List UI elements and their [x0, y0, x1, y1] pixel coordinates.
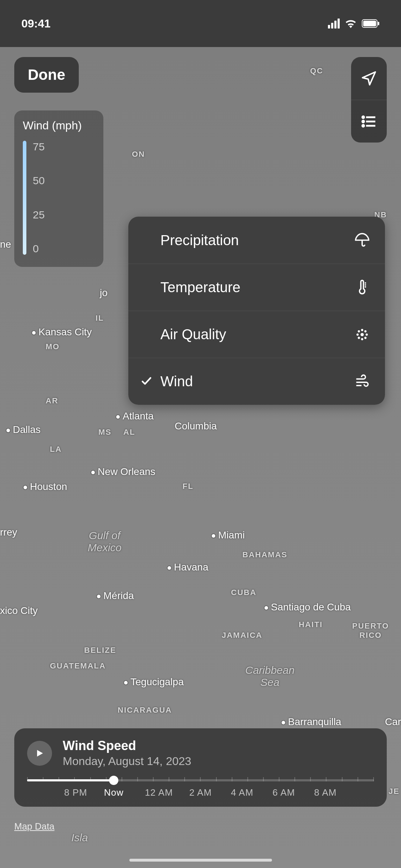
map-fragment: xico City	[0, 605, 38, 616]
svg-point-7	[363, 125, 364, 126]
timeline-tick-label: Now	[104, 787, 124, 798]
map-city-label: Dallas	[6, 424, 41, 435]
particles-icon	[354, 327, 371, 342]
home-indicator	[129, 859, 272, 862]
svg-point-17	[358, 330, 360, 332]
svg-point-14	[361, 338, 363, 340]
layer-item-wind[interactable]: Wind	[128, 358, 385, 405]
checkmark-icon	[140, 375, 153, 388]
layer-item-precipitation[interactable]: Precipitation	[128, 217, 385, 264]
map-country-label: NICARAGUA	[118, 706, 172, 715]
map-province-label: ON	[132, 150, 145, 159]
map-state-label: MS	[98, 428, 112, 437]
play-button[interactable]	[27, 741, 52, 766]
map-city-label: Santiago de Cuba	[264, 601, 351, 613]
map-fragment: JE	[389, 787, 400, 796]
timeline-slider[interactable]: 8 PMNow12 AM2 AM4 AM6 AM8 AM	[27, 774, 374, 792]
legend-tick: 0	[33, 243, 45, 255]
timeline-tick-label: 8 AM	[314, 787, 336, 798]
timeline-tick-label: 8 PM	[64, 787, 87, 798]
map-fragment: Car	[385, 716, 401, 728]
legend-ticks: 75 50 25 0	[33, 141, 45, 255]
layer-item-label: Wind	[160, 373, 354, 389]
legend-tick: 75	[33, 141, 45, 153]
map-city-label: Barranquilla	[282, 716, 341, 728]
map-state-label: AL	[123, 428, 135, 437]
locate-button[interactable]	[351, 57, 387, 100]
timeline-thumb[interactable]	[109, 776, 118, 785]
svg-marker-21	[37, 750, 43, 756]
map-country-label: PUERTO RICO	[352, 621, 389, 640]
layer-item-label: Air Quality	[160, 326, 354, 342]
map-water-label: Caribbean Sea	[245, 664, 294, 688]
map-city-label: Columbia	[175, 420, 217, 432]
map-state-label: IL	[96, 314, 104, 323]
svg-point-12	[361, 333, 363, 336]
timeline-tick-label: 4 AM	[231, 787, 253, 798]
layer-item-air-quality[interactable]: Air Quality	[128, 311, 385, 358]
layer-item-label: Temperature	[160, 279, 354, 295]
svg-point-13	[361, 329, 363, 330]
svg-point-20	[365, 337, 366, 338]
timeline-tick-label: 6 AM	[272, 787, 295, 798]
timeline-tick-label: 2 AM	[189, 787, 212, 798]
map-city-label: Mérida	[97, 590, 134, 601]
map-state-label: AR	[46, 396, 58, 405]
map-country-label: BELIZE	[84, 646, 116, 655]
map-data-link[interactable]: Map Data	[14, 821, 55, 832]
svg-point-5	[363, 120, 364, 122]
map-country-label: JAMAICA	[222, 631, 262, 640]
done-button[interactable]: Done	[14, 57, 79, 93]
map-water-label: Isla	[71, 832, 88, 844]
map-city-label: Atlanta	[116, 410, 154, 422]
map-city-label: Tegucigalpa	[124, 676, 184, 688]
umbrella-icon	[354, 232, 371, 248]
map-country-label: BAHAMAS	[242, 550, 287, 559]
map-fragment: jo	[100, 287, 108, 299]
map-city-label: New Orleans	[91, 466, 155, 477]
svg-rect-2	[378, 22, 379, 25]
map-fragment: ne	[0, 239, 11, 250]
timeline-date: Monday, August 14, 2023	[63, 755, 191, 768]
timeline-panel: Wind Speed Monday, August 14, 2023 8 PMN…	[14, 728, 387, 807]
wind-icon	[354, 374, 371, 389]
legend-gradient	[23, 141, 26, 255]
map-country-label: GUATEMALA	[50, 661, 106, 671]
map-city-label: Miami	[212, 529, 245, 541]
timeline-title: Wind Speed	[63, 738, 191, 753]
svg-point-18	[365, 330, 366, 332]
svg-point-15	[357, 334, 358, 335]
map-water-label: Gulf of Mexico	[88, 529, 122, 554]
map-country-label: HAITI	[299, 620, 323, 629]
legend-title: Wind (mph)	[23, 119, 95, 132]
layer-menu: Precipitation Temperature Air Quality Wi…	[128, 217, 385, 405]
map-city-label: Houston	[24, 481, 67, 492]
map-fragment: rrey	[0, 527, 17, 538]
wifi-icon	[345, 19, 357, 28]
map-city-label: Havana	[168, 562, 209, 573]
wind-legend: Wind (mph) 75 50 25 0	[14, 110, 103, 267]
status-time: 09:41	[21, 17, 51, 30]
map-state-label: MO	[46, 342, 60, 351]
map-state-label: FL	[182, 482, 194, 491]
svg-rect-1	[363, 21, 376, 26]
layer-item-label: Precipitation	[160, 232, 354, 248]
legend-tick: 50	[33, 175, 45, 187]
map-city-label: Kansas City	[32, 326, 92, 338]
status-bar: 09:41	[0, 0, 401, 47]
map-country-label: CUBA	[231, 588, 257, 597]
list-button[interactable]	[351, 100, 387, 143]
svg-point-3	[363, 116, 364, 118]
svg-point-19	[358, 337, 360, 338]
svg-point-16	[366, 334, 367, 335]
timeline-fill	[27, 779, 114, 781]
map-province-label: QC	[310, 66, 323, 76]
battery-icon	[362, 19, 380, 28]
cellular-icon	[328, 19, 340, 29]
map-state-label: LA	[50, 445, 62, 454]
layer-item-temperature[interactable]: Temperature	[128, 264, 385, 311]
timeline-tick-label: 12 AM	[145, 787, 173, 798]
thermometer-icon	[354, 280, 371, 295]
map-controls	[351, 57, 387, 143]
legend-tick: 25	[33, 209, 45, 221]
